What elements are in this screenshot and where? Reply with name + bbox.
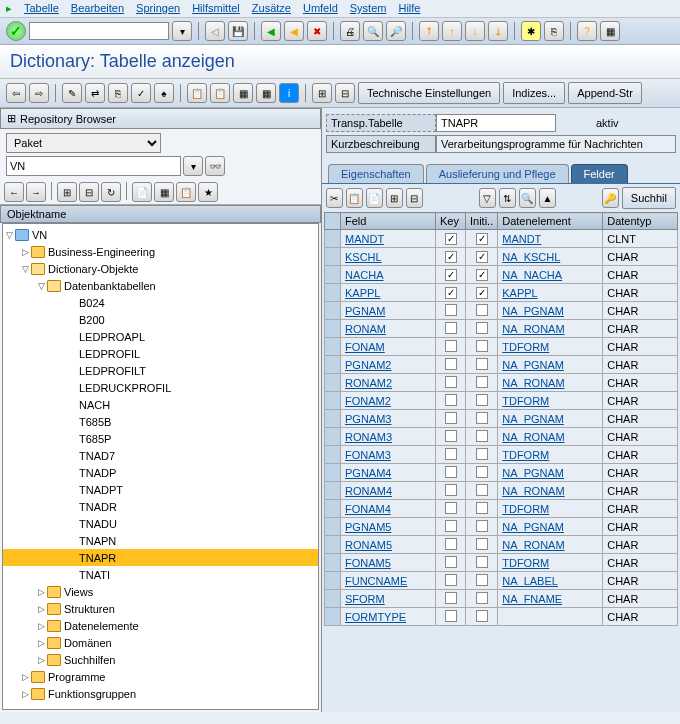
init-checkbox[interactable]	[466, 248, 498, 266]
tb-graphic-icon[interactable]: ▦	[256, 83, 276, 103]
field-name[interactable]: RONAM2	[341, 374, 436, 392]
tb-display-icon[interactable]: ✎	[62, 83, 82, 103]
object-tree[interactable]: ▽VN▷Business-Engineering▽Dictionary-Obje…	[2, 223, 319, 710]
init-checkbox[interactable]	[466, 554, 498, 572]
key-checkbox[interactable]	[436, 248, 466, 266]
data-element[interactable]: KAPPL	[498, 284, 603, 302]
indexes-button[interactable]: Indizes...	[503, 82, 565, 104]
init-checkbox[interactable]	[466, 374, 498, 392]
field-name[interactable]: PGNAM5	[341, 518, 436, 536]
field-name[interactable]: FONAM4	[341, 500, 436, 518]
save-icon[interactable]: 💾	[228, 21, 248, 41]
key-checkbox[interactable]	[436, 266, 466, 284]
tree-node[interactable]: ▽Datenbanktabellen	[3, 277, 318, 294]
key-checkbox[interactable]	[436, 482, 466, 500]
field-row[interactable]: SFORMNA_FNAMECHAR	[325, 590, 678, 608]
technical-settings-button[interactable]: Technische Einstellungen	[358, 82, 500, 104]
field-name[interactable]: PGNAM2	[341, 356, 436, 374]
delete-icon[interactable]: ⊟	[406, 188, 423, 208]
tree-node[interactable]: TNADR	[3, 498, 318, 515]
tree-node[interactable]: TNAPR	[3, 549, 318, 566]
menu-bearbeiten[interactable]: Bearbeiten	[71, 2, 124, 15]
field-row[interactable]: PGNAM2NA_PGNAMCHAR	[325, 356, 678, 374]
data-element[interactable]: NA_RONAM	[498, 536, 603, 554]
data-element[interactable]: NA_PGNAM	[498, 464, 603, 482]
field-name[interactable]: KAPPL	[341, 284, 436, 302]
tree-node[interactable]: B024	[3, 294, 318, 311]
tb-hier-icon[interactable]: ⊞	[312, 83, 332, 103]
field-name[interactable]: FONAM	[341, 338, 436, 356]
key-checkbox[interactable]	[436, 572, 466, 590]
col-datentyp[interactable]: Datentyp	[603, 213, 678, 230]
last-page-icon[interactable]: ⤓	[488, 21, 508, 41]
data-element[interactable]: MANDT	[498, 230, 603, 248]
expand-icon[interactable]: ▲	[539, 188, 556, 208]
tab-auslieferung[interactable]: Auslieferung und Pflege	[426, 164, 569, 183]
field-row[interactable]: FORMTYPECHAR	[325, 608, 678, 626]
tree-node[interactable]: ▷Datenelemente	[3, 617, 318, 634]
field-row[interactable]: PGNAM4NA_PGNAMCHAR	[325, 464, 678, 482]
row-selector[interactable]	[325, 284, 341, 302]
tree-twist-icon[interactable]: ▷	[19, 689, 31, 699]
row-selector[interactable]	[325, 266, 341, 284]
row-selector[interactable]	[325, 320, 341, 338]
tree-node[interactable]: ▷Suchhilfen	[3, 651, 318, 668]
tree-twist-icon[interactable]: ▷	[35, 621, 47, 631]
col-init[interactable]: Initi..	[466, 213, 498, 230]
menu-hilfe[interactable]: Hilfe	[398, 2, 420, 15]
init-checkbox[interactable]	[466, 536, 498, 554]
field-row[interactable]: FONAM4TDFORMCHAR	[325, 500, 678, 518]
tb-toggle-icon[interactable]: ⇄	[85, 83, 105, 103]
tree-node[interactable]: TNADU	[3, 515, 318, 532]
key-checkbox[interactable]	[436, 428, 466, 446]
key-checkbox[interactable]	[436, 338, 466, 356]
row-selector[interactable]	[325, 428, 341, 446]
find-icon[interactable]: 🔍	[363, 21, 383, 41]
tree-twist-icon[interactable]: ▽	[19, 264, 31, 274]
row-selector[interactable]	[325, 248, 341, 266]
data-element[interactable]: NA_PGNAM	[498, 302, 603, 320]
key-checkbox[interactable]	[436, 536, 466, 554]
cut-icon[interactable]: ✂	[326, 188, 343, 208]
tree-twist-icon[interactable]: ▽	[3, 230, 15, 240]
field-name[interactable]: RONAM	[341, 320, 436, 338]
field-name[interactable]: FUNCNAME	[341, 572, 436, 590]
field-row[interactable]: RONAMNA_RONAMCHAR	[325, 320, 678, 338]
tb-hier2-icon[interactable]: ⊟	[335, 83, 355, 103]
tree-twist-icon[interactable]: ▷	[19, 247, 31, 257]
field-row[interactable]: FONAMTDFORMCHAR	[325, 338, 678, 356]
data-element[interactable]: TDFORM	[498, 446, 603, 464]
back-icon[interactable]: ◁	[205, 21, 225, 41]
init-checkbox[interactable]	[466, 608, 498, 626]
new-session-icon[interactable]: ✱	[521, 21, 541, 41]
field-name[interactable]: FONAM2	[341, 392, 436, 410]
field-row[interactable]: MANDTMANDTCLNT	[325, 230, 678, 248]
tb-check-icon[interactable]: ✓	[131, 83, 151, 103]
init-checkbox[interactable]	[466, 446, 498, 464]
key-checkbox[interactable]	[436, 320, 466, 338]
init-checkbox[interactable]	[466, 230, 498, 248]
field-name[interactable]: PGNAM3	[341, 410, 436, 428]
init-checkbox[interactable]	[466, 464, 498, 482]
key-checkbox[interactable]	[436, 590, 466, 608]
key-checkbox[interactable]	[436, 464, 466, 482]
row-selector[interactable]	[325, 338, 341, 356]
field-row[interactable]: PGNAM5NA_PGNAMCHAR	[325, 518, 678, 536]
tree-node[interactable]: LEDPROAPL	[3, 328, 318, 345]
field-name[interactable]: FORMTYPE	[341, 608, 436, 626]
field-row[interactable]: FONAM5TDFORMCHAR	[325, 554, 678, 572]
tree-node[interactable]: ▽Dictionary-Objekte	[3, 260, 318, 277]
field-row[interactable]: FUNCNAMENA_LABELCHAR	[325, 572, 678, 590]
fields-table[interactable]: Feld Key Initi.. Datenelement Datentyp M…	[324, 212, 678, 626]
package-dropdown[interactable]: ▾	[183, 156, 203, 176]
tree-twist-icon[interactable]: ▷	[35, 655, 47, 665]
key-checkbox[interactable]	[436, 230, 466, 248]
tree-node[interactable]: ▷Funktionsgruppen	[3, 685, 318, 702]
init-checkbox[interactable]	[466, 338, 498, 356]
tree-node[interactable]: TNAPN	[3, 532, 318, 549]
tree-hier-icon[interactable]: ⊞	[57, 182, 77, 202]
data-element[interactable]: NA_KSCHL	[498, 248, 603, 266]
tree-node[interactable]: TNATI	[3, 566, 318, 583]
data-element[interactable]: TDFORM	[498, 392, 603, 410]
package-input[interactable]	[6, 156, 181, 176]
